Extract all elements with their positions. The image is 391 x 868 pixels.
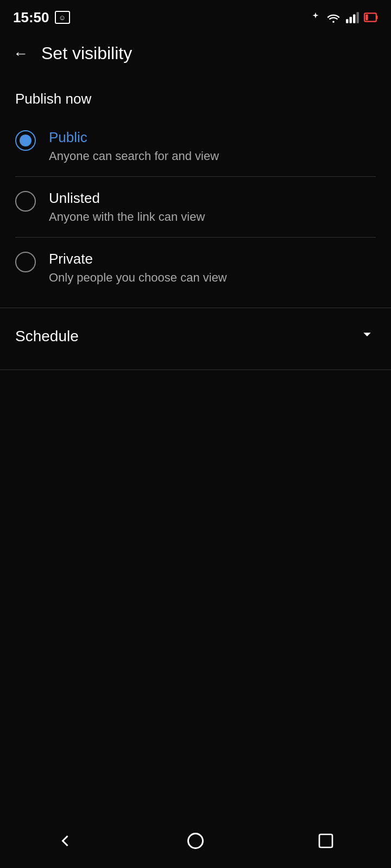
nav-recents-button[interactable] [310,825,342,857]
option-unlisted-desc: Anyone with the link can view [49,210,205,224]
chevron-down-icon [358,326,376,347]
option-unlisted[interactable]: Unlisted Anyone with the link can view [15,177,376,238]
option-public-desc: Anyone can search for and view [49,149,219,163]
svg-rect-2 [353,15,355,23]
svg-rect-5 [376,16,378,20]
svg-point-7 [188,834,203,848]
ai-icon [310,11,321,23]
section-label: Publish now [0,74,391,116]
nav-home-button[interactable] [179,825,212,857]
options-container: Public Anyone can search for and view Un… [0,116,391,298]
svg-rect-6 [365,15,368,21]
wifi-icon [326,11,341,23]
schedule-label: Schedule [15,328,79,345]
svg-rect-8 [319,834,332,847]
battery-icon [364,11,378,23]
option-public[interactable]: Public Anyone can search for and view [15,116,376,177]
option-private[interactable]: Private Only people you choose can view [15,238,376,298]
radio-public-inner [20,135,31,146]
option-private-desc: Only people you choose can view [49,271,227,285]
option-public-text: Public Anyone can search for and view [49,129,219,163]
status-bar: 15:50 ☺ [0,0,391,33]
nav-back-button[interactable] [49,825,81,857]
back-button[interactable]: ← [13,45,28,62]
option-unlisted-text: Unlisted Anyone with the link can view [49,190,205,224]
top-bar: ← Set visibility [0,33,391,74]
svg-rect-0 [346,19,348,23]
option-unlisted-title: Unlisted [49,190,205,207]
status-time: 15:50 [13,9,49,26]
nav-bar [0,814,391,868]
svg-rect-1 [350,17,352,23]
status-icons [310,11,378,23]
radio-public[interactable] [15,130,36,151]
option-private-text: Private Only people you choose can view [49,251,227,285]
option-private-title: Private [49,251,227,267]
radio-unlisted[interactable] [15,191,36,212]
schedule-row[interactable]: Schedule [0,308,391,364]
section-divider-schedule [0,369,391,370]
signal-icon [345,11,360,23]
page-title: Set visibility [41,43,132,63]
radio-private[interactable] [15,252,36,272]
option-public-title: Public [49,129,219,146]
notification-icon: ☺ [55,11,70,24]
svg-rect-3 [357,12,359,23]
